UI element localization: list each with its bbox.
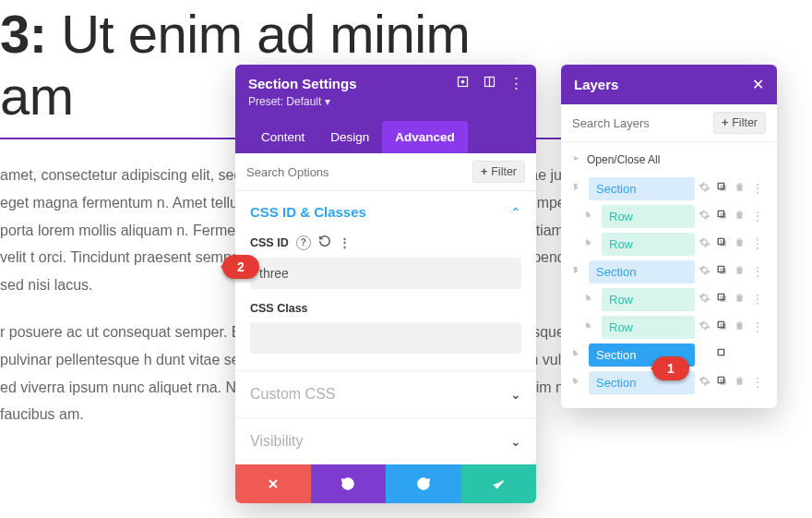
expand-toggle-icon[interactable]: ▸	[581, 314, 598, 340]
layer-name[interactable]: Row	[602, 205, 695, 228]
trash-icon[interactable]	[734, 319, 746, 335]
gear-icon[interactable]	[699, 374, 710, 391]
gear-icon[interactable]	[699, 319, 710, 335]
duplicate-icon[interactable]	[716, 346, 728, 363]
expand-toggle-icon[interactable]: ▾	[568, 175, 585, 201]
duplicate-icon[interactable]	[716, 208, 728, 224]
custom-css-toggle[interactable]: Custom CSS ⌄	[235, 371, 536, 417]
layer-item-icons: ⋮	[699, 374, 770, 391]
expand-toggle-icon[interactable]: ▾	[568, 259, 585, 284]
duplicate-icon[interactable]	[716, 374, 728, 391]
expand-toggle-icon[interactable]: ▸	[581, 286, 598, 312]
trash-icon[interactable]	[734, 208, 746, 224]
reset-icon[interactable]	[318, 235, 331, 250]
responsive-icon[interactable]	[456, 75, 470, 91]
more-icon[interactable]: ⋮	[509, 75, 523, 91]
heading-line2: am	[0, 66, 74, 126]
trash-icon[interactable]	[734, 374, 746, 391]
more-icon[interactable]: ⋮	[751, 209, 764, 223]
css-class-input[interactable]	[250, 322, 521, 354]
duplicate-icon[interactable]	[716, 263, 728, 280]
more-icon[interactable]: ⋮	[751, 347, 764, 362]
tab-design[interactable]: Design	[317, 121, 382, 153]
settings-filter-button[interactable]: Filter	[472, 161, 525, 183]
layer-item-icons: ⋮	[699, 180, 770, 197]
tab-advanced[interactable]: Advanced	[382, 121, 468, 153]
chevron-down-icon: ⌄	[510, 387, 521, 402]
layer-name[interactable]: Row	[602, 233, 695, 256]
duplicate-icon[interactable]	[716, 291, 728, 307]
gear-icon[interactable]	[699, 180, 710, 197]
css-id-label-row: CSS ID ? ⋮	[250, 235, 521, 250]
duplicate-icon[interactable]	[716, 235, 728, 252]
layers-filter-button[interactable]: Filter	[713, 112, 766, 134]
help-icon[interactable]: ?	[296, 235, 311, 250]
more-icon[interactable]: ⋮	[751, 181, 764, 196]
settings-search-row: Filter	[235, 153, 536, 191]
layer-row-section[interactable]: ▾Section⋮	[568, 259, 770, 284]
close-icon[interactable]: ✕	[752, 76, 764, 93]
open-close-all[interactable]: Open/Close All	[568, 146, 770, 174]
css-id-input[interactable]	[250, 258, 521, 289]
css-class-label: CSS Class	[250, 302, 521, 315]
svg-rect-4	[720, 185, 726, 191]
css-class-group: CSS Class	[235, 293, 536, 357]
layer-row-row[interactable]: ▸Row⋮	[568, 314, 770, 340]
save-button[interactable]	[461, 464, 537, 503]
redo-button[interactable]	[386, 464, 461, 503]
expand-toggle-icon[interactable]: ▸	[581, 231, 598, 257]
gear-icon[interactable]	[699, 235, 710, 252]
custom-css-label: Custom CSS	[250, 386, 335, 403]
trash-icon[interactable]	[734, 263, 746, 280]
undo-button[interactable]	[311, 464, 387, 503]
svg-rect-12	[720, 295, 726, 302]
preset-selector[interactable]: Preset: Default ▾	[248, 95, 523, 108]
expand-icon[interactable]	[483, 75, 496, 91]
gear-icon[interactable]	[699, 346, 710, 363]
more-icon[interactable]: ⋮	[751, 264, 764, 279]
chevron-down-icon: ⌄	[510, 434, 521, 449]
svg-rect-10	[720, 268, 726, 274]
layer-name[interactable]: Row	[602, 288, 695, 311]
search-layers-input[interactable]	[572, 116, 699, 130]
more-icon[interactable]: ⋮	[751, 319, 764, 334]
visibility-toggle[interactable]: Visibility ⌄	[235, 418, 536, 464]
duplicate-icon[interactable]	[716, 319, 728, 335]
css-id-label: CSS ID	[250, 236, 289, 249]
more-icon[interactable]: ⋮	[751, 292, 764, 307]
layer-name[interactable]: Section	[589, 260, 695, 283]
layer-name[interactable]: Row	[602, 316, 695, 339]
search-options-input[interactable]	[246, 165, 427, 179]
gear-icon[interactable]	[699, 263, 710, 280]
layer-name[interactable]: Section	[589, 177, 695, 200]
gear-icon[interactable]	[699, 291, 710, 307]
svg-rect-18	[720, 379, 726, 385]
css-id-classes-header[interactable]: CSS ID & Classes ⌃	[235, 191, 536, 225]
tab-content[interactable]: Content	[248, 121, 317, 153]
gear-icon[interactable]	[699, 208, 710, 224]
layer-row-row[interactable]: ▸Row⋮	[568, 231, 770, 257]
trash-icon[interactable]	[734, 180, 746, 197]
duplicate-icon[interactable]	[716, 180, 728, 197]
trash-icon[interactable]	[734, 235, 746, 252]
svg-rect-14	[720, 323, 726, 330]
layer-row-section[interactable]: ▾Section⋮	[568, 175, 770, 201]
field-more-icon[interactable]: ⋮	[339, 235, 350, 249]
settings-header-icons: ⋮	[456, 75, 523, 91]
trash-icon[interactable]	[734, 346, 746, 363]
layer-row-row[interactable]: ▸Row⋮	[568, 286, 770, 312]
settings-footer	[235, 464, 536, 503]
section-settings-panel: Section Settings Preset: Default ▾ ⋮ Con…	[235, 65, 536, 503]
expand-toggle-icon[interactable]: ▸	[568, 342, 585, 367]
expand-toggle-icon[interactable]: ▸	[568, 369, 585, 395]
more-icon[interactable]: ⋮	[751, 236, 764, 251]
expand-toggle-icon[interactable]: ▸	[581, 203, 598, 229]
svg-point-1	[461, 80, 464, 83]
trash-icon[interactable]	[734, 291, 746, 307]
settings-header: Section Settings Preset: Default ▾ ⋮ Con…	[235, 65, 536, 153]
css-id-classes-label: CSS ID & Classes	[250, 204, 366, 220]
step-badge-2: 2	[222, 255, 259, 279]
cancel-button[interactable]	[235, 464, 311, 503]
more-icon[interactable]: ⋮	[751, 375, 764, 390]
layer-row-row[interactable]: ▸Row⋮	[568, 203, 770, 229]
